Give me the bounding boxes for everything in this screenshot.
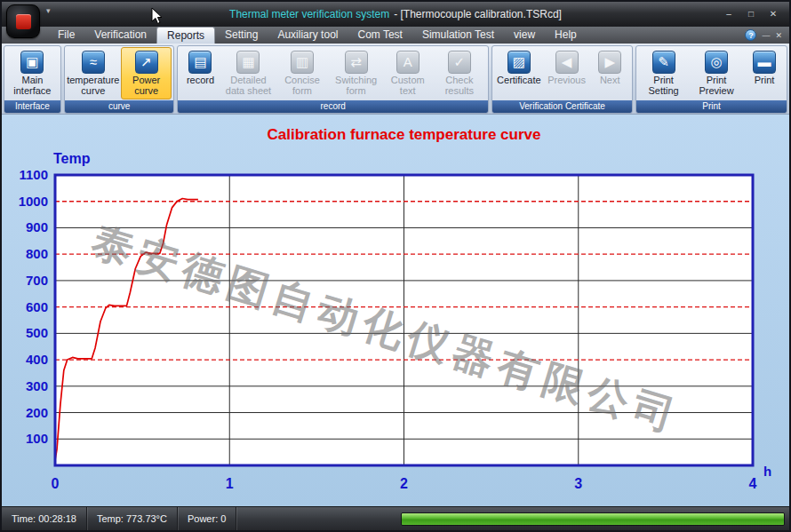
temperature-curve-icon: ≈ bbox=[82, 51, 105, 74]
record-icon: ▤ bbox=[188, 51, 212, 74]
ribbon-button-label: Print Preview bbox=[693, 75, 739, 96]
custom-text-button: ACustom text bbox=[384, 47, 432, 99]
ribbon-group-label: Interface bbox=[4, 100, 60, 113]
ribbon-button-label: Switching form bbox=[333, 75, 380, 96]
window-minimize-button[interactable]: – bbox=[721, 8, 737, 20]
print-setting-icon: ✎ bbox=[652, 51, 675, 74]
ribbon-button-label: Print Setting bbox=[642, 75, 685, 96]
help-icon[interactable]: ? bbox=[745, 29, 756, 41]
tab-auxiliary-tool[interactable]: Auxiliary tool bbox=[268, 27, 348, 44]
tab-verification[interactable]: Verification bbox=[84, 27, 156, 44]
ribbon-button-label: Next bbox=[600, 75, 620, 86]
check-results-button: ✓Check results bbox=[433, 47, 486, 99]
custom-text-icon: A bbox=[396, 51, 419, 74]
app-logo[interactable] bbox=[6, 4, 40, 38]
print-preview-icon: ◎ bbox=[705, 51, 728, 74]
next-icon: ▶ bbox=[598, 51, 621, 74]
y-tick-label: 700 bbox=[26, 273, 48, 288]
x-tick-label: 1 bbox=[226, 476, 234, 491]
tab-file[interactable]: File bbox=[48, 27, 84, 44]
concise-form-icon: ▥ bbox=[291, 51, 314, 74]
power-curve-button[interactable]: ↗Power curve bbox=[121, 47, 172, 99]
switching-form-icon: ⇄ bbox=[345, 51, 368, 74]
ribbon-button-label: Concise form bbox=[279, 75, 324, 96]
tab-simulation-test[interactable]: Simulation Test bbox=[412, 27, 504, 44]
print-preview-button[interactable]: ◎Print Preview bbox=[690, 47, 743, 99]
y-tick-label: 800 bbox=[26, 246, 48, 261]
certificate-button[interactable]: ▨Certificate bbox=[494, 47, 544, 99]
window-close-button[interactable]: ✕ bbox=[765, 8, 781, 20]
window-title: Thermal meter verification system- [Ther… bbox=[2, 8, 789, 20]
record-button[interactable]: ▤record bbox=[180, 47, 220, 99]
window-title-app: Thermal meter verification system bbox=[229, 8, 389, 20]
status-bar: Time: 00:28:18 Temp: 773.73°C Power: 0 bbox=[2, 506, 789, 530]
print-icon: ▬ bbox=[753, 51, 776, 74]
chart-content-area: Calibration furnace temperature curveTem… bbox=[2, 115, 789, 506]
x-tick-label: 4 bbox=[749, 476, 757, 491]
app-logo-icon bbox=[16, 14, 31, 29]
chart-svg: Calibration furnace temperature curveTem… bbox=[2, 115, 789, 506]
menu-tabs: FileVerificationReportsSettingAuxiliary … bbox=[48, 27, 587, 44]
title-bar: ▾ Thermal meter verification system- [Th… bbox=[2, 2, 789, 27]
next-button: ▶Next bbox=[589, 47, 630, 99]
ribbon-group-interface: ▣Main interfaceInterface bbox=[4, 45, 61, 114]
status-time: Time: 00:28:18 bbox=[2, 507, 87, 530]
x-tick-label: 2 bbox=[400, 476, 408, 491]
ribbon-button-label: Custom text bbox=[388, 75, 428, 96]
y-tick-label: 1100 bbox=[19, 167, 48, 182]
ribbon-group-label: curve bbox=[65, 100, 174, 113]
tab-com-test[interactable]: Com Test bbox=[348, 27, 411, 44]
ribbon-button-label: Certificate bbox=[497, 75, 541, 86]
status-power: Power: 0 bbox=[178, 507, 236, 530]
tab-view[interactable]: view bbox=[504, 27, 545, 44]
ribbon-group-label: Verification Certificate bbox=[492, 100, 632, 113]
ribbon-button-label: Detailed data sheet bbox=[225, 75, 271, 96]
print-button[interactable]: ▬Print bbox=[744, 47, 785, 99]
window-maximize-button[interactable]: □ bbox=[743, 8, 759, 20]
ribbon-button-label: Main interface bbox=[10, 75, 55, 96]
y-tick-label: 1000 bbox=[19, 194, 48, 209]
ribbon-group-label: Print bbox=[636, 100, 787, 113]
ribbon-group-label: record bbox=[178, 100, 487, 113]
ribbon-button-label: record bbox=[187, 75, 214, 86]
status-temperature: Temp: 773.73°C bbox=[87, 507, 178, 530]
power-curve-icon: ↗ bbox=[135, 51, 158, 74]
previous-button: ◀Previous bbox=[545, 47, 588, 99]
app-window: ▾ Thermal meter verification system- [Th… bbox=[0, 0, 791, 532]
close-icon[interactable]: ✕ bbox=[775, 30, 782, 41]
y-axis-label: Temp bbox=[53, 151, 91, 166]
menu-bar: FileVerificationReportsSettingAuxiliary … bbox=[2, 27, 789, 44]
detailed-data-sheet-icon: ▦ bbox=[236, 51, 260, 74]
ribbon-button-label: temperature curve bbox=[67, 75, 119, 96]
tab-reports[interactable]: Reports bbox=[156, 27, 215, 44]
temperature-curve-button[interactable]: ≈temperature curve bbox=[67, 47, 120, 99]
tab-help[interactable]: Help bbox=[545, 27, 587, 44]
main-interface-icon: ▣ bbox=[20, 51, 44, 74]
y-tick-label: 200 bbox=[26, 405, 48, 420]
y-tick-label: 400 bbox=[26, 352, 48, 367]
previous-icon: ◀ bbox=[555, 51, 579, 74]
window-controls: – □ ✕ bbox=[721, 8, 789, 20]
status-progress-fill bbox=[402, 513, 784, 525]
concise-form-button: ▥Concise form bbox=[276, 47, 328, 99]
print-setting-button[interactable]: ✎Print Setting bbox=[638, 47, 689, 99]
chart-title: Calibration furnace temperature curve bbox=[268, 126, 541, 143]
ribbon-button-label: Previous bbox=[547, 75, 586, 86]
main-interface-button[interactable]: ▣Main interface bbox=[6, 47, 59, 99]
quick-access-chevron-icon[interactable]: ▾ bbox=[46, 6, 51, 15]
y-tick-label: 600 bbox=[26, 299, 48, 314]
switching-form-button: ⇄Switching form bbox=[330, 47, 383, 99]
y-tick-label: 500 bbox=[26, 325, 48, 340]
y-tick-label: 100 bbox=[26, 431, 48, 446]
y-tick-label: 300 bbox=[26, 378, 48, 393]
tab-setting[interactable]: Setting bbox=[215, 27, 268, 44]
ribbon-button-label: Print bbox=[755, 75, 775, 86]
ribbon-group-print: ✎Print Setting◎Print Preview▬PrintPrint bbox=[635, 45, 787, 114]
check-results-icon: ✓ bbox=[448, 51, 471, 74]
ribbon-group-curve: ≈temperature curve↗Power curvecurve bbox=[64, 45, 175, 114]
ribbon-group-record: ▤record▦Detailed data sheet▥Concise form… bbox=[177, 45, 488, 114]
ribbon-group-verification-certificate: ▨Certificate◀Previous▶NextVerification C… bbox=[491, 45, 633, 114]
x-tick-label: 3 bbox=[574, 476, 582, 491]
minimize-icon[interactable]: — bbox=[762, 30, 770, 41]
certificate-icon: ▨ bbox=[507, 51, 531, 74]
